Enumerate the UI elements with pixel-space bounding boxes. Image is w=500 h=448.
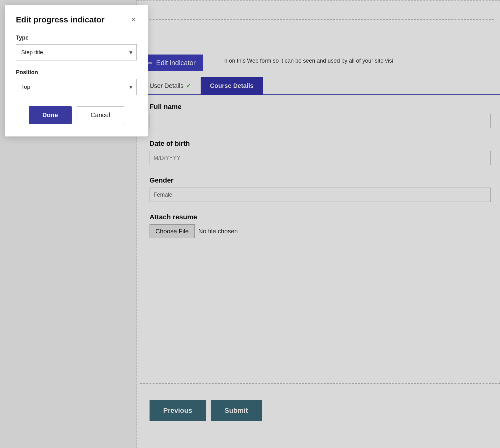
type-select-wrapper: Step title Step number Percentage xyxy=(16,44,137,60)
modal-header: Edit progress indicator × xyxy=(16,15,137,25)
type-label: Type xyxy=(16,35,137,41)
type-field: Type Step title Step number Percentage xyxy=(16,35,137,60)
done-button[interactable]: Done xyxy=(29,106,72,124)
edit-progress-indicator-modal: Edit progress indicator × Type Step titl… xyxy=(5,5,148,136)
modal-buttons: Done Cancel xyxy=(16,106,137,124)
position-label: Position xyxy=(16,69,137,76)
position-field: Position Top Bottom Left Right xyxy=(16,69,137,95)
type-select[interactable]: Step title Step number Percentage xyxy=(16,44,137,60)
cancel-button[interactable]: Cancel xyxy=(77,106,124,124)
modal-title: Edit progress indicator xyxy=(16,15,105,25)
modal-close-button[interactable]: × xyxy=(130,15,137,25)
position-select-wrapper: Top Bottom Left Right xyxy=(16,79,137,95)
modal-overlay: Edit progress indicator × Type Step titl… xyxy=(0,0,500,448)
position-select[interactable]: Top Bottom Left Right xyxy=(16,79,137,95)
